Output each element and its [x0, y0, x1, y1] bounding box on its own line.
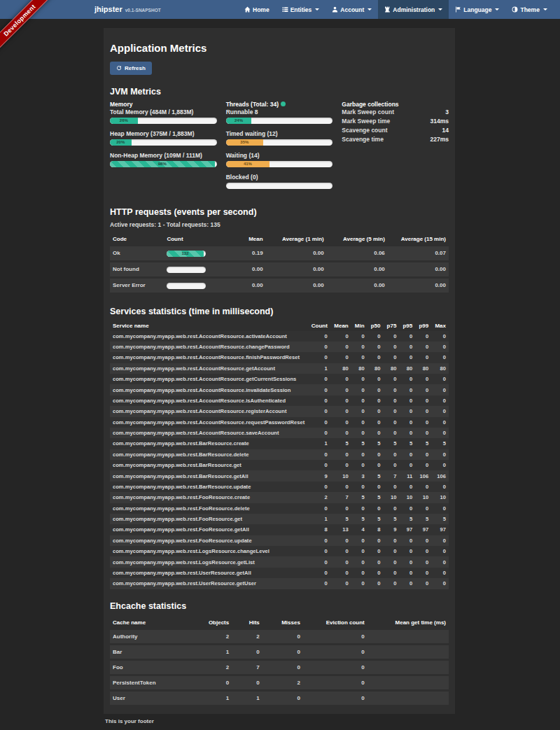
service-min: 0: [351, 449, 368, 460]
progress-fill: 26%: [110, 118, 138, 124]
service-p50: 5: [368, 470, 384, 481]
chevron-down-icon: [368, 8, 372, 10]
cache-name: Foo: [110, 661, 198, 674]
table-row: com.mycompany.myapp.web.rest.AccountReso…: [110, 374, 449, 384]
table-row: com.mycompany.myapp.web.rest.BarResource…: [110, 470, 449, 481]
service-max: 0: [431, 503, 449, 514]
main-panel: Application Metrics Refresh JVM Metrics …: [104, 28, 455, 714]
progress-fill: 98%: [110, 161, 215, 167]
progress-track: 35%: [226, 139, 333, 146]
service-max: 0: [431, 331, 449, 342]
cache-name: Bar: [110, 645, 198, 659]
service-min: 0: [351, 417, 368, 428]
service-mean: 13: [330, 524, 351, 535]
column-header: Code: [110, 234, 164, 244]
progress-track: 41%: [226, 161, 333, 167]
http-mean: 0.00: [222, 279, 266, 293]
service-mean: 0: [330, 449, 351, 460]
http-requests-title: HTTP requests (events per second): [110, 207, 449, 217]
nav-item-administration[interactable]: Administration: [378, 0, 449, 19]
service-p50: 5: [368, 514, 384, 524]
service-mean: 0: [330, 417, 351, 428]
service-max: 80: [431, 363, 449, 374]
refresh-button[interactable]: Refresh: [110, 62, 152, 75]
table-row: PersistentToken 0 0 2 0: [110, 676, 449, 689]
service-min: 0: [351, 482, 368, 492]
service-p99: 10: [415, 492, 431, 503]
service-p75: 0: [384, 578, 400, 589]
service-max: 0: [431, 546, 449, 556]
service-p75: 0: [384, 535, 400, 546]
http-avg-15min: 0.00: [388, 262, 449, 276]
table-row: Authority 2 2 0 0: [110, 630, 449, 643]
table-row: com.mycompany.myapp.web.rest.UserResourc…: [110, 568, 449, 578]
thread-metric: Blocked (0): [226, 174, 333, 189]
service-p99: 5: [415, 514, 431, 524]
service-p50: 0: [368, 331, 384, 342]
cache-mean-get-time: [368, 661, 449, 674]
service-mean: 0: [330, 460, 351, 470]
nav-item-language[interactable]: Language: [449, 0, 505, 19]
cache-misses: 0: [262, 692, 303, 705]
service-p50: 0: [368, 406, 384, 416]
cache-mean-get-time: [368, 645, 449, 659]
threads-title-text: Threads (Total: 34): [226, 101, 279, 108]
service-p95: 0: [399, 503, 415, 514]
cache-name: User: [110, 692, 198, 705]
threads-ok-icon[interactable]: [281, 101, 286, 106]
service-p75: 0: [384, 503, 400, 514]
nav-item-entities[interactable]: Entities: [276, 0, 326, 19]
gc-value: 227ms: [430, 136, 449, 143]
service-name: com.mycompany.myapp.web.rest.AccountReso…: [110, 331, 307, 342]
brand[interactable]: jhipster v0.1-SNAPSHOT: [94, 0, 161, 19]
nav-item-account[interactable]: Account: [326, 0, 378, 19]
table-row: Not found 0.00 0.00 0.00 0.00: [110, 262, 449, 276]
service-p50: 0: [368, 417, 384, 428]
nav-item-home[interactable]: Home: [238, 0, 276, 19]
service-p95: 0: [399, 535, 415, 546]
service-p95: 0: [399, 417, 415, 428]
service-p99: 0: [415, 482, 431, 492]
thread-bars: Runnable 8 24% Timed waiting (12) 35%: [226, 108, 333, 189]
cache-misses: 0: [262, 661, 303, 674]
memory-metric: Total Memory (484M / 1,883M) 26%: [110, 108, 217, 124]
cache-misses: 0: [262, 645, 303, 659]
service-count: 9: [307, 470, 330, 481]
service-p99: 0: [415, 352, 431, 363]
service-count: 0: [307, 578, 330, 589]
service-name: com.mycompany.myapp.web.rest.AccountReso…: [110, 342, 307, 352]
cache-objects: 1: [198, 645, 232, 659]
service-max: 0: [431, 417, 449, 428]
progress-track: [226, 183, 333, 189]
table-row: com.mycompany.myapp.web.rest.BarResource…: [110, 449, 449, 460]
service-p75: 0: [384, 352, 400, 363]
gc-row: Mark Sweep count 3: [342, 108, 449, 117]
metric-label: Total Memory (484M / 1,883M): [110, 108, 217, 115]
nav-item-label: Administration: [393, 6, 435, 13]
service-p75: 80: [384, 363, 400, 374]
service-name: com.mycompany.myapp.web.rest.AccountReso…: [110, 406, 307, 416]
service-min: 0: [351, 342, 368, 352]
http-avg-5min: 0.00: [327, 279, 388, 293]
http-count-cell: 132: [164, 246, 221, 260]
refresh-icon: [116, 65, 122, 71]
service-count: 0: [307, 546, 330, 556]
service-p99: 0: [415, 578, 431, 589]
cache-objects: 1: [198, 692, 232, 705]
cache-hits: 1: [232, 692, 262, 705]
service-min: 0: [351, 331, 368, 342]
service-name: com.mycompany.myapp.web.rest.FooResource…: [110, 524, 307, 535]
service-p99: 0: [415, 503, 431, 514]
metric-label: Non-Heap Memory (109M / 111M): [110, 152, 217, 159]
service-count: 0: [307, 384, 330, 395]
service-p50: 0: [368, 342, 384, 352]
service-count: 0: [307, 417, 330, 428]
service-count: 0: [307, 503, 330, 514]
nav-item-theme[interactable]: Theme: [505, 0, 553, 19]
service-name: com.mycompany.myapp.web.rest.AccountReso…: [110, 374, 307, 384]
service-p50: 0: [368, 482, 384, 492]
service-max: 0: [431, 482, 449, 492]
service-p95: 10: [399, 492, 415, 503]
service-p50: 0: [368, 578, 384, 589]
service-count: 1: [307, 438, 330, 449]
